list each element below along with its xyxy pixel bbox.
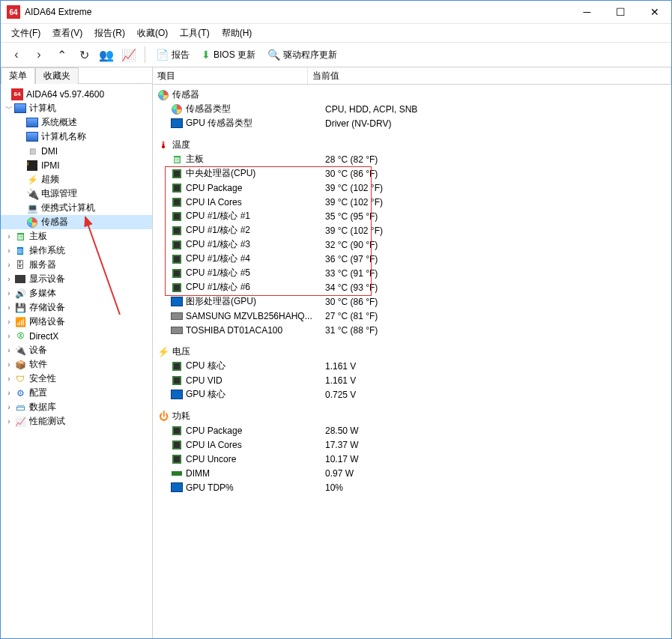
data-row[interactable]: TOSHIBA DT01ACA10031 °C (88 °F) bbox=[153, 323, 671, 337]
report-button[interactable]: 📄 报告 bbox=[150, 45, 196, 64]
chevron-right-icon[interactable]: › bbox=[4, 403, 14, 411]
tree-item[interactable]: 💻便携式计算机 bbox=[1, 201, 152, 215]
sensor-icon bbox=[157, 90, 169, 100]
tab-favorites[interactable]: 收藏夹 bbox=[35, 67, 79, 84]
tree-item[interactable]: ›📦软件 bbox=[1, 357, 152, 372]
data-row[interactable]: CPU #1/核心 #533 °C (91 °F) bbox=[153, 266, 671, 280]
data-row[interactable]: SAMSUNG MZVLB256HAHQ...27 °C (81 °F) bbox=[153, 309, 671, 323]
data-row[interactable]: CPU Package28.50 W bbox=[153, 423, 671, 437]
chevron-right-icon[interactable]: › bbox=[4, 417, 14, 426]
data-row[interactable]: CPU #1/核心 #634 °C (93 °F) bbox=[153, 280, 671, 294]
chevron-right-icon[interactable]: › bbox=[4, 232, 14, 240]
chevron-right-icon[interactable]: › bbox=[4, 246, 14, 255]
chevron-right-icon[interactable]: › bbox=[4, 375, 14, 383]
nav-tree[interactable]: 64 AIDA64 v5.97.4600 ﹀ 计算机 系统概述计算机名称▧DMI… bbox=[1, 84, 152, 638]
tree-item[interactable]: ›⚙配置 bbox=[1, 386, 152, 400]
up-button[interactable]: ⌃ bbox=[53, 46, 70, 63]
tree-item[interactable]: ›显示设备 bbox=[1, 272, 152, 286]
chip-icon bbox=[171, 225, 183, 237]
chevron-right-icon[interactable]: › bbox=[4, 261, 14, 269]
data-row[interactable]: CPU #1/核心 #436 °C (97 °F) bbox=[153, 252, 671, 266]
row-value: 0.725 V bbox=[321, 390, 671, 400]
data-row[interactable]: CPU IA Cores17.37 W bbox=[153, 437, 671, 452]
computer-icon bbox=[14, 103, 26, 115]
tree-item-label: 超频 bbox=[41, 173, 59, 186]
chevron-right-icon[interactable]: › bbox=[4, 389, 14, 397]
chevron-right-icon[interactable]: › bbox=[4, 318, 14, 326]
tree-item[interactable]: ›📈性能测试 bbox=[1, 414, 152, 428]
row-value: 10% bbox=[321, 482, 671, 493]
menu-tools[interactable]: 工具(T) bbox=[174, 25, 215, 42]
menu-help[interactable]: 帮助(H) bbox=[216, 25, 258, 42]
chevron-right-icon[interactable]: › bbox=[4, 332, 14, 340]
cfg-icon: ⚙ bbox=[14, 387, 26, 399]
tree-item[interactable]: ▧DMI bbox=[1, 144, 152, 158]
data-row[interactable]: DIMM0.97 W bbox=[153, 466, 671, 480]
data-row[interactable]: CPU Uncore10.17 W bbox=[153, 452, 671, 466]
data-row[interactable]: 图形处理器(GPU)30 °C (86 °F) bbox=[153, 294, 671, 309]
tree-item[interactable]: 系统概述 bbox=[1, 115, 152, 130]
driver-update-button[interactable]: 🔍 驱动程序更新 bbox=[261, 45, 343, 64]
user-icon[interactable]: 👥 bbox=[98, 46, 115, 63]
tree-item[interactable]: ›🗃数据库 bbox=[1, 400, 152, 414]
tree-item[interactable]: ›📶网络设备 bbox=[1, 315, 152, 329]
tree-computer[interactable]: ﹀ 计算机 bbox=[1, 101, 152, 115]
menu-fav[interactable]: 收藏(O) bbox=[131, 25, 174, 42]
menu-report[interactable]: 报告(R) bbox=[88, 25, 131, 42]
data-row[interactable]: CPU #1/核心 #239 °C (102 °F) bbox=[153, 223, 671, 237]
menu-file[interactable]: 文件(F) bbox=[5, 25, 46, 42]
data-row[interactable]: 中央处理器(CPU)30 °C (86 °F) bbox=[153, 166, 671, 181]
tree-item-label: 软件 bbox=[29, 358, 47, 371]
data-row[interactable]: GPU 传感器类型Driver (NV-DRV) bbox=[153, 116, 671, 130]
minimize-button[interactable]: ─ bbox=[570, 1, 604, 23]
tree-item[interactable]: ›⊞操作系统 bbox=[1, 243, 152, 258]
tree-item[interactable]: ›🔊多媒体 bbox=[1, 286, 152, 300]
dimm-icon bbox=[171, 467, 183, 479]
chevron-right-icon[interactable]: › bbox=[4, 346, 14, 354]
menu-view[interactable]: 查看(V) bbox=[46, 25, 88, 42]
tree-item[interactable]: IIPMI bbox=[1, 158, 152, 172]
row-value: 28 °C (82 °F) bbox=[321, 154, 671, 165]
col-field[interactable]: 项目 bbox=[153, 67, 308, 84]
forward-button[interactable]: › bbox=[31, 46, 47, 63]
tree-item[interactable]: ›🗄服务器 bbox=[1, 258, 152, 272]
tree-root[interactable]: 64 AIDA64 v5.97.4600 bbox=[1, 87, 152, 101]
chevron-down-icon[interactable]: ﹀ bbox=[4, 103, 14, 114]
tree-item[interactable]: ›▦主板 bbox=[1, 229, 152, 243]
refresh-button[interactable]: ↻ bbox=[76, 46, 92, 63]
data-row[interactable]: GPU TDP%10% bbox=[153, 480, 671, 494]
close-button[interactable]: ✕ bbox=[638, 1, 671, 23]
tree-item[interactable]: ⚡超频 bbox=[1, 172, 152, 187]
chevron-right-icon[interactable]: › bbox=[4, 275, 14, 283]
data-row[interactable]: CPU #1/核心 #135 °C (95 °F) bbox=[153, 209, 671, 223]
col-value[interactable]: 当前值 bbox=[308, 67, 671, 84]
data-row[interactable]: 传感器类型CPU, HDD, ACPI, SNB bbox=[153, 102, 671, 116]
tab-menu[interactable]: 菜单 bbox=[1, 67, 35, 84]
data-row[interactable]: CPU IA Cores39 °C (102 °F) bbox=[153, 195, 671, 209]
data-row[interactable]: GPU 核心0.725 V bbox=[153, 387, 671, 402]
chevron-right-icon[interactable]: › bbox=[4, 303, 14, 312]
row-value: 27 °C (81 °F) bbox=[321, 311, 671, 321]
app-logo-icon: 64 bbox=[7, 5, 20, 19]
chevron-right-icon[interactable]: › bbox=[4, 360, 14, 369]
data-row[interactable]: CPU Package39 °C (102 °F) bbox=[153, 181, 671, 195]
tree-item[interactable]: 传感器 bbox=[1, 215, 152, 229]
tree-item[interactable]: ›🛡安全性 bbox=[1, 372, 152, 386]
tree-item[interactable]: ›💾存储设备 bbox=[1, 300, 152, 315]
net-icon: 📶 bbox=[14, 316, 26, 328]
data-row[interactable]: ▦主板28 °C (82 °F) bbox=[153, 152, 671, 166]
tree-item[interactable]: ›🔌设备 bbox=[1, 343, 152, 357]
data-row[interactable]: CPU VID1.161 V bbox=[153, 373, 671, 387]
tree-item[interactable]: 🔌电源管理 bbox=[1, 187, 152, 201]
chevron-right-icon[interactable]: › bbox=[4, 289, 14, 297]
window-title: AIDA64 Extreme bbox=[25, 7, 570, 17]
data-row[interactable]: CPU 核心1.161 V bbox=[153, 359, 671, 373]
maximize-button[interactable]: ☐ bbox=[604, 1, 638, 23]
back-button[interactable]: ‹ bbox=[8, 46, 25, 63]
sensor-list[interactable]: 传感器 传感器类型CPU, HDD, ACPI, SNBGPU 传感器类型Dri… bbox=[153, 85, 671, 638]
bios-update-button[interactable]: ⬇ BIOS 更新 bbox=[196, 45, 261, 64]
tree-item[interactable]: ›ⓍDirectX bbox=[1, 329, 152, 343]
chart-icon[interactable]: 📈 bbox=[121, 46, 137, 63]
data-row[interactable]: CPU #1/核心 #332 °C (90 °F) bbox=[153, 237, 671, 252]
tree-item[interactable]: 计算机名称 bbox=[1, 130, 152, 144]
